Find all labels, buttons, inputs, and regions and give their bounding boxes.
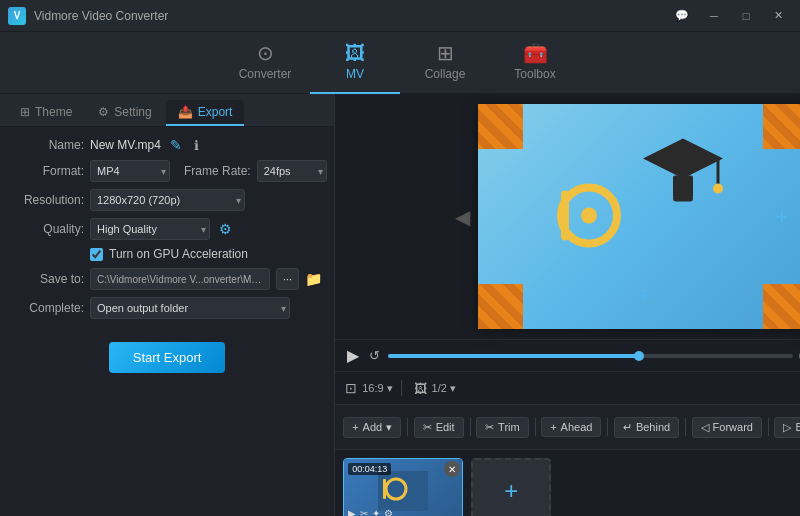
add-icon: + bbox=[352, 421, 358, 433]
behind-icon: ↵ bbox=[623, 421, 632, 434]
svg-marker-3 bbox=[643, 138, 723, 178]
corner-tape-bottom-right bbox=[763, 284, 800, 329]
preview-frame: + + bbox=[478, 104, 800, 329]
left-panel: ⊞ Theme ⚙ Setting 📤 Export Name: New MV.… bbox=[0, 94, 335, 516]
quality-label: Quality: bbox=[12, 222, 84, 236]
nav-collage[interactable]: ⊞ Collage bbox=[400, 32, 490, 94]
quality-settings-button[interactable]: ⚙ bbox=[216, 221, 235, 237]
gpu-checkbox[interactable] bbox=[90, 248, 103, 261]
ahead-icon: + bbox=[550, 421, 556, 433]
frame-rate-select[interactable]: 24fps 25fps 30fps 60fps bbox=[257, 160, 327, 182]
tab-setting-label: Setting bbox=[114, 105, 151, 119]
clip-settings-icon: ⚙ bbox=[384, 508, 393, 516]
forward-button[interactable]: ◁ Forward bbox=[692, 417, 762, 438]
trim-icon: ✂ bbox=[485, 421, 494, 434]
svg-rect-1 bbox=[561, 190, 569, 240]
nav-converter[interactable]: ⊙ Converter bbox=[220, 32, 310, 94]
backward-button[interactable]: ▷ Backward bbox=[774, 417, 800, 438]
edit-button[interactable]: ✂ Edit bbox=[414, 417, 464, 438]
playback-controls: ▶ ↺ 00:04:08.03/00:04:13.03 🔊 bbox=[335, 339, 800, 371]
minimize-button[interactable]: ─ bbox=[700, 5, 728, 27]
chat-button[interactable]: 💬 bbox=[668, 5, 696, 27]
save-to-label: Save to: bbox=[12, 272, 84, 286]
maximize-button[interactable]: □ bbox=[732, 5, 760, 27]
backward-label: Backward bbox=[795, 421, 800, 433]
clip-star-icon: ✦ bbox=[372, 508, 380, 516]
edit-name-button[interactable]: ✎ bbox=[167, 137, 185, 153]
tab-export[interactable]: 📤 Export bbox=[166, 100, 245, 126]
tab-setting[interactable]: ⚙ Setting bbox=[86, 100, 163, 126]
mv-icon: 🖼 bbox=[345, 43, 365, 63]
export-icon: 📤 bbox=[178, 105, 193, 119]
add-chevron: ▾ bbox=[386, 421, 392, 434]
preview-plus-right: + bbox=[775, 204, 788, 230]
complete-row: Complete: Open output folder Do nothing … bbox=[12, 297, 322, 319]
seek-bar[interactable] bbox=[388, 354, 793, 358]
ratio-chevron: ▾ bbox=[387, 382, 393, 395]
complete-label: Complete: bbox=[12, 301, 84, 315]
seek-handle bbox=[634, 351, 644, 361]
clip-preview-icon bbox=[378, 471, 428, 511]
clip-duration: 00:04:13 bbox=[348, 463, 391, 475]
svg-rect-10 bbox=[383, 479, 386, 499]
page-selector[interactable]: 🖼 1/2 ▾ bbox=[414, 381, 456, 396]
page-current: 1 bbox=[432, 382, 438, 394]
prev-arrow[interactable]: ◀ bbox=[455, 205, 470, 229]
collage-icon: ⊞ bbox=[437, 43, 454, 63]
ratio-selector[interactable]: ⊡ 16:9 ▾ bbox=[345, 380, 392, 396]
corner-tape-top-right bbox=[763, 104, 800, 149]
preview-logo bbox=[554, 180, 634, 253]
divider-1 bbox=[401, 380, 402, 396]
nav-toolbox-label: Toolbox bbox=[514, 67, 555, 81]
ahead-button[interactable]: + Ahead bbox=[541, 417, 601, 437]
svg-rect-5 bbox=[673, 195, 693, 201]
quality-select[interactable]: High Quality Standard Quality Low Qualit… bbox=[90, 218, 210, 240]
complete-select-wrapper: Open output folder Do nothing Shut down bbox=[90, 297, 290, 319]
behind-label: Behind bbox=[636, 421, 670, 433]
toolbox-icon: 🧰 bbox=[523, 43, 548, 63]
nav-mv-label: MV bbox=[346, 67, 364, 81]
nav-toolbox[interactable]: 🧰 Toolbox bbox=[490, 32, 580, 94]
tab-bar: ⊞ Theme ⚙ Setting 📤 Export bbox=[0, 94, 334, 127]
ahead-label: Ahead bbox=[561, 421, 593, 433]
save-to-row: Save to: C:\Vidmore\Vidmore V...onverter… bbox=[12, 268, 322, 290]
behind-button[interactable]: ↵ Behind bbox=[614, 417, 679, 438]
open-folder-button[interactable]: 📁 bbox=[305, 271, 322, 287]
format-select[interactable]: MP4 AVI MOV bbox=[90, 160, 170, 182]
add-button[interactable]: + Add ▾ bbox=[343, 417, 401, 438]
page-display: 1/2 bbox=[432, 382, 447, 394]
preview-area: ◀ bbox=[335, 94, 800, 339]
tab-theme[interactable]: ⊞ Theme bbox=[8, 100, 84, 126]
start-export-button[interactable]: Start Export bbox=[109, 342, 226, 373]
preview-plus-bottom: + bbox=[637, 283, 650, 309]
timeline-clip: 00:04:13 ✕ ▶ ✂ ✦ ⚙ bbox=[343, 458, 463, 516]
trim-label: Trim bbox=[498, 421, 520, 433]
timeline-toolbar: + Add ▾ ✂ Edit ✂ Trim + Ahead bbox=[335, 405, 800, 450]
page-total: 2 bbox=[441, 382, 447, 394]
trim-button[interactable]: ✂ Trim bbox=[476, 417, 529, 438]
nav-mv[interactable]: 🖼 MV bbox=[310, 32, 400, 94]
browse-button[interactable]: ··· bbox=[276, 268, 299, 290]
loop-button[interactable]: ↺ bbox=[367, 346, 382, 365]
clip-play-icon: ▶ bbox=[348, 508, 356, 516]
svg-rect-4 bbox=[673, 175, 693, 197]
close-button[interactable]: ✕ bbox=[764, 5, 792, 27]
nav-converter-label: Converter bbox=[239, 67, 292, 81]
resolution-select[interactable]: 1280x720 (720p) 1920x1080 (1080p) 3840x2… bbox=[90, 189, 245, 211]
gpu-row: Turn on GPU Acceleration bbox=[90, 247, 322, 261]
add-clip-button[interactable]: + bbox=[471, 458, 551, 516]
forward-label: Forward bbox=[713, 421, 753, 433]
top-navigation: ⊙ Converter 🖼 MV ⊞ Collage 🧰 Toolbox bbox=[0, 32, 800, 94]
clip-cut-icon: ✂ bbox=[360, 508, 368, 516]
add-label: Add bbox=[363, 421, 383, 433]
info-button[interactable]: ℹ bbox=[191, 138, 202, 153]
preview-hat bbox=[638, 130, 728, 213]
svg-point-2 bbox=[581, 207, 597, 223]
complete-select[interactable]: Open output folder Do nothing Shut down bbox=[90, 297, 290, 319]
ratio-value: 16:9 bbox=[362, 382, 383, 394]
window-controls: 💬 ─ □ ✕ bbox=[668, 5, 792, 27]
theme-icon: ⊞ bbox=[20, 105, 30, 119]
play-button[interactable]: ▶ bbox=[345, 344, 361, 367]
format-row: Format: MP4 AVI MOV Frame Rate: 24fps 25… bbox=[12, 160, 322, 182]
quality-select-wrapper: High Quality Standard Quality Low Qualit… bbox=[90, 218, 210, 240]
